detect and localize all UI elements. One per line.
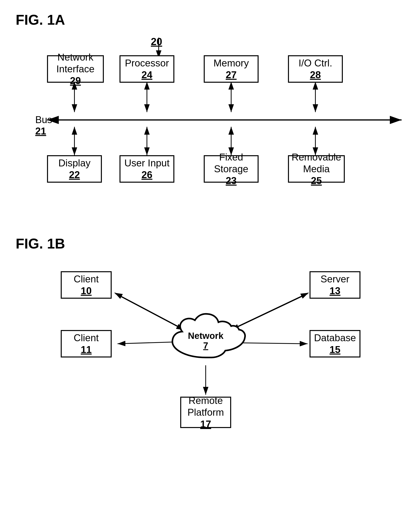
- box-client11-num: 11: [81, 344, 92, 356]
- box-user-input: User Input 26: [120, 155, 174, 183]
- box-network-interface: Network Interface 29: [47, 55, 104, 83]
- svg-text:Network: Network: [188, 331, 224, 341]
- svg-text:7: 7: [203, 340, 208, 351]
- box-fixed-storage: Fixed Storage 23: [204, 155, 259, 183]
- box-server-line1: Server: [321, 273, 349, 285]
- box-io-ctrl-num: 28: [310, 69, 321, 81]
- box-client10-line1: Client: [74, 273, 99, 285]
- box-remote-platform-num: 17: [200, 418, 211, 430]
- box-fixed-storage-line1: Fixed: [219, 151, 243, 163]
- bus-label: Bus 21: [35, 114, 52, 137]
- box-display: Display 22: [47, 155, 102, 183]
- fig1a-section: FIG. 1A: [16, 12, 404, 204]
- fig1b-section: FIG. 1B: [16, 236, 404, 456]
- box-removable-media-num: 25: [311, 175, 322, 187]
- box-removable-media-line2: Media: [303, 163, 330, 175]
- fig1b-label: FIG. 1B: [16, 236, 404, 252]
- box-client11: Client 11: [61, 330, 112, 357]
- box-network-interface-num: 29: [70, 75, 81, 87]
- box-display-num: 22: [69, 169, 80, 181]
- box-memory-line1: Memory: [214, 57, 249, 69]
- box-removable-media: Removable Media 25: [288, 155, 345, 183]
- fig1b-diagram: Client 10 Client 11 Server 13 Database 1…: [35, 259, 407, 456]
- box-client10-num: 10: [81, 285, 92, 297]
- box-removable-media-line1: Removable: [292, 151, 341, 163]
- box-display-line1: Display: [58, 157, 90, 169]
- box-user-input-line1: User Input: [124, 157, 170, 169]
- box-processor-line1: Processor: [125, 57, 169, 69]
- box-server-num: 13: [330, 285, 340, 297]
- box-memory: Memory 27: [204, 55, 259, 83]
- box-remote-platform: Remote Platform 17: [180, 397, 231, 428]
- box-processor-num: 24: [142, 69, 152, 81]
- fig1a-label: FIG. 1A: [16, 12, 404, 28]
- box-client11-line1: Client: [74, 332, 99, 344]
- box-processor: Processor 24: [120, 55, 174, 83]
- fig1a-diagram: 20 Network Interface 29 Processor 24 Mem…: [35, 36, 407, 204]
- box-user-input-num: 26: [142, 169, 152, 181]
- bus-num: 21: [35, 126, 46, 137]
- bus-text: Bus: [35, 114, 52, 125]
- network-cloud: Network 7: [157, 311, 255, 365]
- box-network-interface-line1: Network: [57, 51, 93, 63]
- box-memory-num: 27: [226, 69, 237, 81]
- box-database-num: 15: [330, 344, 340, 356]
- label-20: 20: [151, 36, 162, 47]
- box-remote-platform-line1: Remote: [188, 395, 223, 406]
- box-database-line1: Database: [314, 332, 356, 344]
- box-network-interface-line2: Interface: [56, 63, 95, 75]
- box-fixed-storage-line2: Storage: [214, 163, 248, 175]
- box-io-ctrl: I/O Ctrl. 28: [288, 55, 343, 83]
- box-io-ctrl-line1: I/O Ctrl.: [299, 57, 332, 69]
- box-remote-platform-line2: Platform: [188, 406, 224, 418]
- box-client10: Client 10: [61, 271, 112, 299]
- box-database: Database 15: [309, 330, 360, 357]
- box-server: Server 13: [309, 271, 360, 299]
- box-fixed-storage-num: 23: [226, 175, 237, 187]
